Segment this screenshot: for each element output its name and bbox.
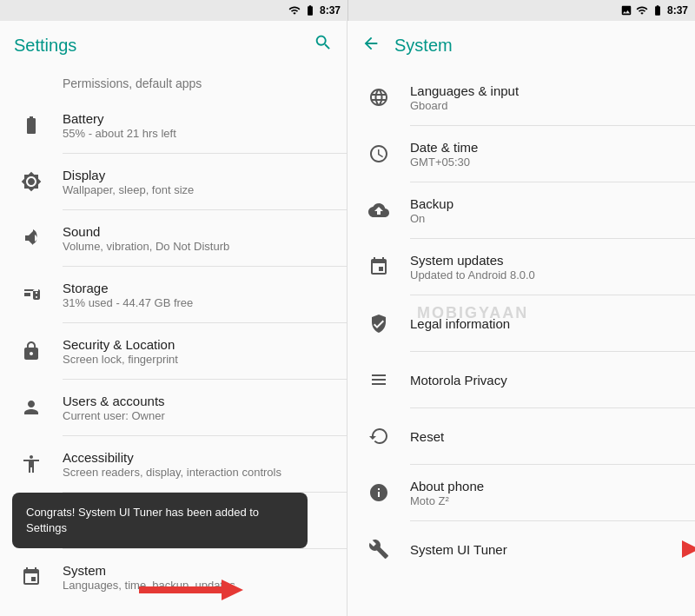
right-header: System [348,21,695,70]
backup-subtitle: On [410,212,681,225]
legal-item[interactable]: Legal information [348,295,695,351]
reset-icon [361,419,396,454]
clock-icon [361,136,396,171]
left-panel-title: Settings [14,36,314,56]
datetime-text: Date & time GMT+05:30 [410,140,681,169]
storage-text: Storage 31% used - 44.47 GB free [63,281,333,309]
languages-subtitle: Gboard [410,99,681,112]
right-status-bar: 8:37 [348,0,695,21]
security-text: Security & Location Screen lock, fingerp… [63,337,333,366]
accessibility-item[interactable]: Accessibility Screen readers, display, i… [0,436,347,492]
users-subtitle: Current user: Owner [63,409,333,422]
snackbar-text: Congrats! System UI Tuner has been added… [26,506,259,534]
languages-text: Languages & input Gboard [410,83,681,112]
motorola-icon [361,362,396,397]
display-icon [14,164,49,199]
motorola-privacy-text: Motorola Privacy [410,373,681,387]
security-subtitle: Screen lock, fingerprint [63,353,333,366]
datetime-item[interactable]: Date & time GMT+05:30 [348,126,695,182]
battery-title: Battery [63,111,333,126]
update-icon [361,249,396,284]
reset-item[interactable]: Reset [348,408,695,464]
legal-icon [361,306,396,341]
sound-icon [14,221,49,255]
display-title: Display [63,168,333,182]
security-item[interactable]: Security & Location Screen lock, fingerp… [0,323,347,379]
search-icon[interactable] [314,33,333,57]
system-ui-tuner-item[interactable]: System UI Tuner [348,521,695,577]
right-panel-content: Languages & input Gboard Date & time GMT… [348,70,695,616]
users-item[interactable]: Users & accounts Current user: Owner [0,380,347,435]
storage-title: Storage [63,281,333,295]
right-panel: System Languages & input Gboard Date & t… [348,0,695,616]
wrench-icon [361,532,396,566]
motorola-privacy-item[interactable]: Motorola Privacy [348,352,695,407]
svg-marker-1 [586,540,695,558]
system-updates-subtitle: Updated to Android 8.0.0 [410,268,681,282]
left-header: Settings [0,21,347,70]
storage-subtitle: 31% used - 44.47 GB free [63,296,333,309]
accessibility-title: Accessibility [63,450,333,465]
users-icon [14,390,49,425]
backup-item[interactable]: Backup On [348,182,695,238]
right-arrow-annotation [586,537,695,561]
about-icon [361,475,396,510]
languages-title: Languages & input [410,83,681,98]
reset-text: Reset [410,429,681,444]
display-item[interactable]: Display Wallpaper, sleep, font size [0,154,347,209]
left-status-bar: 8:37 [0,0,348,21]
datetime-subtitle: GMT+05:30 [410,156,681,169]
back-icon[interactable] [361,34,381,57]
motorola-privacy-title: Motorola Privacy [410,373,681,387]
battery-subtitle: 55% - about 21 hrs left [63,127,333,140]
snackbar: Congrats! System UI Tuner has been added… [12,493,308,548]
users-title: Users & accounts [63,394,333,408]
globe-icon [361,80,396,115]
accessibility-text: Accessibility Screen readers, display, i… [63,450,333,479]
users-text: Users & accounts Current user: Owner [63,394,333,422]
left-time: 8:37 [320,4,341,17]
sound-text: Sound Volume, vibration, Do Not Disturb [63,224,333,253]
left-panel: Settings Permissions, default apps Batte… [0,0,348,616]
about-phone-item[interactable]: About phone Moto Z² [348,465,695,520]
backup-icon [361,193,396,228]
accessibility-subtitle: Screen readers, display, interaction con… [63,466,333,479]
security-title: Security & Location [63,337,333,352]
storage-icon [14,277,49,312]
system-title: System [63,563,333,578]
reset-title: Reset [410,429,681,444]
battery-text: Battery 55% - about 21 hrs left [63,111,333,140]
sound-subtitle: Volume, vibration, Do Not Disturb [63,240,333,253]
about-phone-text: About phone Moto Z² [410,479,681,507]
about-phone-subtitle: Moto Z² [410,494,681,507]
security-icon [14,334,49,368]
svg-marker-0 [139,580,243,600]
datetime-title: Date & time [410,140,681,155]
system-updates-item[interactable]: System updates Updated to Android 8.0.0 [348,239,695,295]
legal-text: Legal information [410,316,681,331]
storage-item[interactable]: Storage 31% used - 44.47 GB free [0,267,347,322]
display-text: Display Wallpaper, sleep, font size [63,168,333,196]
legal-title: Legal information [410,316,681,331]
right-time: 8:37 [667,4,688,17]
accessibility-icon [14,447,49,481]
sound-title: Sound [63,224,333,239]
partial-permissions-item: Permissions, default apps [0,70,347,97]
system-icon [14,560,49,594]
about-phone-title: About phone [410,479,681,493]
languages-item[interactable]: Languages & input Gboard [348,70,695,125]
system-updates-title: System updates [410,253,681,268]
battery-item[interactable]: Battery 55% - about 21 hrs left [0,97,347,153]
right-panel-title: System [394,36,681,56]
battery-icon [14,108,49,142]
backup-title: Backup [410,196,681,211]
backup-text: Backup On [410,196,681,225]
system-updates-text: System updates Updated to Android 8.0.0 [410,253,681,282]
display-subtitle: Wallpaper, sleep, font size [63,183,333,196]
sound-item[interactable]: Sound Volume, vibration, Do Not Disturb [0,210,347,266]
